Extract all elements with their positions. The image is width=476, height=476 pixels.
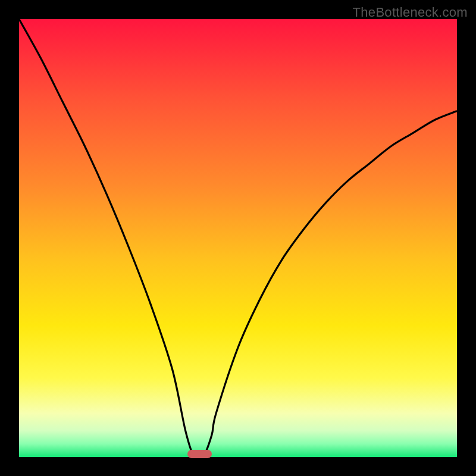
- bottleneck-curve: [19, 19, 457, 457]
- optimum-marker: [187, 450, 211, 458]
- chart-frame: TheBottleneck.com: [0, 0, 476, 476]
- watermark-text: TheBottleneck.com: [353, 5, 468, 20]
